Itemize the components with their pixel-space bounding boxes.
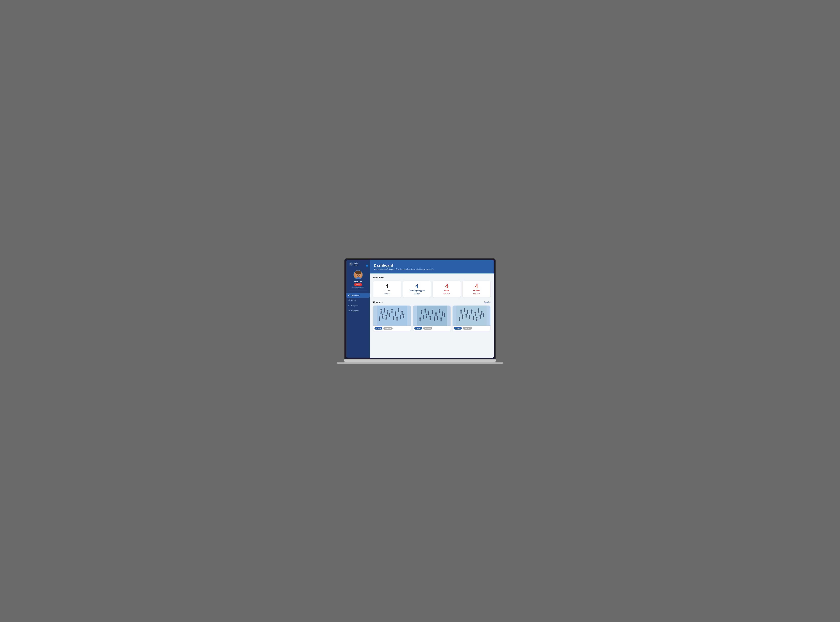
overview-card-courses: 4 Courses See all > xyxy=(373,281,401,297)
svg-point-97 xyxy=(481,311,483,313)
users-icon xyxy=(348,299,350,302)
course-card-2[interactable]: Project Category xyxy=(413,306,451,331)
courses-section-see-all[interactable]: See all > xyxy=(484,301,490,303)
svg-rect-49 xyxy=(425,310,426,313)
svg-point-72 xyxy=(440,317,442,319)
main-content: Dashboard Manage Courses & Nuggets. Driv… xyxy=(370,260,494,358)
laptop-bottom xyxy=(337,363,503,364)
svg-rect-94 xyxy=(475,313,476,316)
svg-rect-59 xyxy=(420,319,420,322)
svg-point-36 xyxy=(400,315,401,316)
svg-rect-75 xyxy=(444,315,445,317)
courses-section-title: Courses xyxy=(373,301,383,303)
user-email: john.doe@gmail.com xyxy=(351,287,365,288)
svg-rect-37 xyxy=(400,316,401,319)
svg-point-22 xyxy=(379,316,380,318)
svg-point-14 xyxy=(387,310,388,311)
svg-rect-106 xyxy=(483,314,484,317)
dashboard-icon: ⊞ xyxy=(348,294,350,296)
svg-rect-13 xyxy=(384,310,385,312)
svg-point-103 xyxy=(480,314,481,316)
users-see-all[interactable]: See all > xyxy=(443,293,450,295)
svg-rect-100 xyxy=(473,318,474,320)
svg-point-40 xyxy=(380,313,382,314)
overview-card-nuggets: 4 Learning Nuggets See all > xyxy=(403,281,431,297)
sidebar-item-users-label: Users xyxy=(351,299,356,301)
courses-count: 4 xyxy=(386,284,389,289)
svg-point-95 xyxy=(478,308,479,310)
svg-rect-65 xyxy=(439,311,440,313)
sidebar: J NEXT Learn 👤 xyxy=(346,260,370,358)
svg-rect-96 xyxy=(478,310,479,313)
courses-section-header: Courses See all > xyxy=(373,301,490,303)
course-1-tags: Project Category xyxy=(373,326,411,331)
svg-point-85 xyxy=(466,313,467,315)
projects-see-all[interactable]: See all > xyxy=(473,293,480,295)
screen-area: J NEXT Learn 👤 xyxy=(344,258,496,360)
svg-rect-27 xyxy=(395,313,396,316)
svg-point-38 xyxy=(403,314,405,316)
svg-point-20 xyxy=(389,313,390,315)
svg-point-52 xyxy=(423,315,424,316)
svg-text:J: J xyxy=(350,263,351,265)
svg-rect-92 xyxy=(471,311,472,314)
category-icon xyxy=(348,309,350,312)
projects-count: 4 xyxy=(475,284,478,289)
profile-icon[interactable]: 👤 xyxy=(365,264,368,267)
svg-point-3 xyxy=(356,271,361,274)
svg-rect-90 xyxy=(459,319,460,321)
sidebar-item-dashboard-label: Dashboard xyxy=(351,294,360,296)
svg-rect-55 xyxy=(426,316,427,318)
svg-rect-11 xyxy=(380,311,382,313)
nuggets-label: Learning Nuggets xyxy=(409,290,425,292)
svg-point-26 xyxy=(395,311,396,313)
svg-rect-47 xyxy=(421,311,422,314)
courses-see-all[interactable]: See all > xyxy=(384,293,390,295)
svg-point-91 xyxy=(471,309,473,311)
svg-point-93 xyxy=(475,312,476,313)
sidebar-item-users[interactable]: Users xyxy=(346,298,370,303)
course-3-tags: Project Category xyxy=(453,326,490,331)
nuggets-see-all[interactable]: See all > xyxy=(414,293,420,295)
svg-rect-78 xyxy=(461,311,462,314)
svg-rect-69 xyxy=(434,318,435,321)
course-card-1[interactable]: Project Category xyxy=(373,306,411,331)
laptop-base xyxy=(344,360,496,363)
sidebar-item-projects[interactable]: Projects xyxy=(346,303,370,308)
user-name: John Doe xyxy=(354,281,362,283)
svg-point-87 xyxy=(469,315,470,317)
svg-rect-73 xyxy=(440,319,441,322)
svg-rect-17 xyxy=(382,316,383,318)
sidebar-item-dashboard[interactable]: ⊞ Dashboard xyxy=(346,293,370,298)
svg-point-68 xyxy=(434,316,435,318)
svg-point-34 xyxy=(396,316,398,318)
users-count: 4 xyxy=(445,284,448,289)
svg-point-18 xyxy=(385,315,387,316)
svg-rect-63 xyxy=(435,314,437,316)
svg-rect-33 xyxy=(393,317,394,320)
sidebar-item-category[interactable]: Category xyxy=(346,308,370,313)
svg-point-64 xyxy=(439,309,440,311)
course-image-3 xyxy=(453,306,490,326)
header-subtitle: Manage Courses & Nuggets. Drive Learning… xyxy=(374,268,490,270)
course-cards: Project Category xyxy=(373,306,490,331)
svg-rect-82 xyxy=(467,312,468,314)
svg-point-105 xyxy=(483,313,484,314)
avatar xyxy=(353,270,363,279)
svg-rect-76 xyxy=(457,306,487,326)
svg-point-4 xyxy=(357,274,358,276)
svg-rect-67 xyxy=(442,313,443,316)
svg-point-42 xyxy=(387,314,389,315)
svg-rect-84 xyxy=(462,316,463,319)
svg-point-74 xyxy=(444,313,445,315)
course-card-3[interactable]: Project Category xyxy=(453,306,490,331)
svg-point-99 xyxy=(473,316,474,318)
svg-point-5 xyxy=(359,274,360,276)
overview-card-users: 4 Users See all > xyxy=(433,281,461,297)
sidebar-logo: J NEXT Learn xyxy=(348,262,359,267)
course-image-2 xyxy=(413,306,451,326)
svg-rect-71 xyxy=(437,317,438,320)
svg-point-44 xyxy=(385,319,387,320)
svg-point-77 xyxy=(460,309,462,311)
svg-point-32 xyxy=(393,316,394,317)
